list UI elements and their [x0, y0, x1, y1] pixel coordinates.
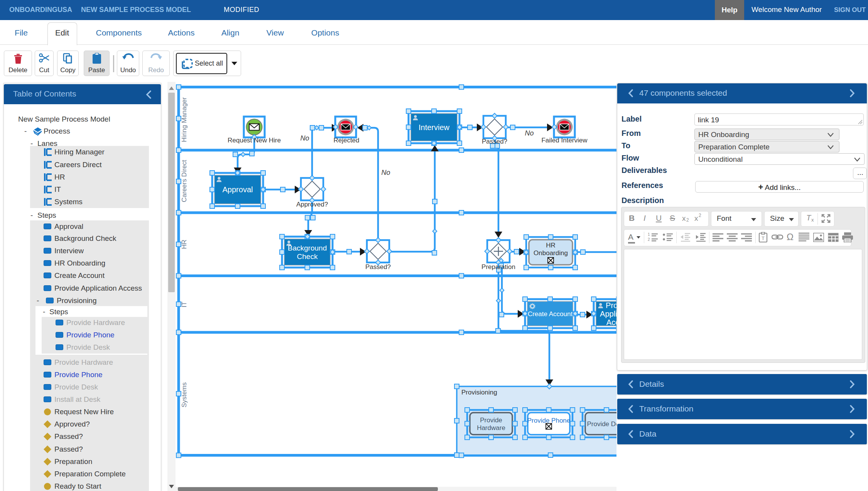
svg-text:Provide: Provide — [480, 417, 502, 424]
svg-text:Approved?: Approved? — [296, 201, 328, 208]
svg-text:Background: Background — [288, 244, 327, 252]
svg-text:Provisioning: Provisioning — [461, 389, 497, 396]
svg-text:Onboarding: Onboarding — [534, 249, 568, 257]
svg-text:Hardware: Hardware — [477, 424, 505, 432]
svg-text:HR: HR — [546, 242, 556, 249]
svg-text:Rejected: Rejected — [333, 137, 359, 144]
svg-text:HR: HR — [181, 240, 188, 249]
svg-text:Check: Check — [297, 252, 318, 261]
svg-text:Hiring Manager: Hiring Manager — [181, 97, 188, 142]
svg-text:1: 1 — [648, 232, 650, 237]
svg-text:2: 2 — [648, 237, 650, 242]
svg-text:T: T — [762, 235, 765, 241]
svg-text:No: No — [300, 134, 309, 142]
svg-text:Systems: Systems — [181, 382, 188, 407]
svg-text:Preparation: Preparation — [481, 263, 515, 271]
svg-text:No: No — [381, 169, 390, 176]
svg-text:Careers Direct: Careers Direct — [181, 160, 188, 202]
svg-text:Failed Interview: Failed Interview — [541, 137, 588, 144]
svg-text:Create Account: Create Account — [528, 310, 573, 318]
svg-text:Approval: Approval — [223, 185, 253, 194]
svg-text:Request New Hire: Request New Hire — [228, 137, 281, 144]
svg-text:No: No — [525, 129, 534, 137]
svg-text:Passed?: Passed? — [365, 263, 391, 271]
svg-text:Interview: Interview — [419, 123, 450, 132]
svg-text:Passed?: Passed? — [482, 138, 507, 145]
svg-text:IT: IT — [181, 301, 188, 307]
